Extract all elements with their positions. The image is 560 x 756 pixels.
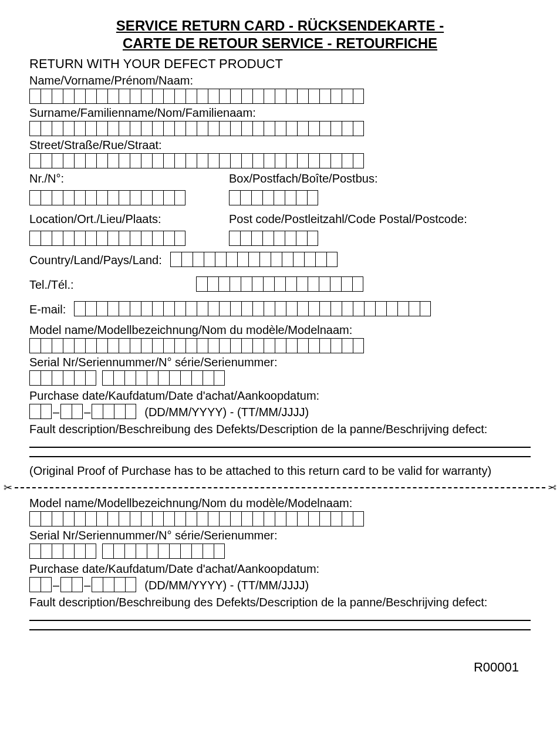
- input-postcode[interactable]: [229, 231, 531, 246]
- input-nr[interactable]: [29, 190, 229, 205]
- input-location[interactable]: [29, 231, 229, 246]
- input-date-m[interactable]: [60, 404, 83, 419]
- input-email[interactable]: [74, 301, 431, 316]
- input-date-2d[interactable]: [29, 577, 52, 592]
- scissors-icon-right: ✂: [548, 481, 556, 494]
- input-tel[interactable]: [196, 276, 363, 292]
- label-purchase-2: Purchase date/Kaufdatum/Date d'achat/Aan…: [29, 562, 531, 576]
- fault-line-1[interactable]: [29, 447, 531, 448]
- date-separator-2: –: [83, 406, 92, 419]
- label-purchase: Purchase date/Kaufdatum/Date d'achat/Aan…: [29, 389, 531, 403]
- input-surname[interactable]: [29, 121, 531, 136]
- fault-line-2[interactable]: [29, 456, 531, 457]
- label-serial: Serial Nr/Seriennummer/N° série/Serienum…: [29, 356, 531, 369]
- input-date-2y[interactable]: [92, 577, 136, 592]
- fault-line-3[interactable]: [29, 620, 531, 621]
- label-postcode: Post code/Postleitzahl/Code Postal/Postc…: [229, 212, 531, 226]
- cut-line: ✂ ✂: [4, 481, 556, 494]
- label-fault: Fault description/Beschreibung des Defek…: [29, 423, 531, 436]
- input-date-d[interactable]: [29, 404, 52, 419]
- scissors-icon-left: ✂: [4, 481, 12, 494]
- label-location: Location/Ort./Lieu/Plaats:: [29, 212, 229, 226]
- label-email: E-mail:: [29, 303, 66, 316]
- title-line-1: SERVICE RETURN CARD - RÜCKSENDEKARTE -: [29, 18, 531, 34]
- label-country: Country/Land/Pays/Land:: [29, 254, 162, 267]
- input-serial-b[interactable]: [102, 370, 225, 386]
- date-format-note-2: (DD/MM/YYYY) - (TT/MM/JJJJ): [144, 579, 309, 592]
- instruction: RETURN WITH YOUR DEFECT PRODUCT: [29, 56, 531, 72]
- date-separator-3: –: [52, 579, 60, 592]
- input-street[interactable]: [29, 153, 531, 168]
- date-separator-1: –: [52, 406, 60, 419]
- title-line-2: CARTE DE RETOUR SERVICE - RETOURFICHE: [29, 35, 531, 52]
- label-model-2: Model name/Modellbezeichnung/Nom du modè…: [29, 497, 531, 510]
- label-box: Box/Postfach/Boîte/Postbus:: [229, 172, 531, 185]
- label-nr: Nr./N°:: [29, 172, 229, 185]
- fault-line-4[interactable]: [29, 629, 531, 630]
- label-surname: Surname/Familienname/Nom/Familienaam:: [29, 106, 531, 120]
- label-name: Name/Vorname/Prénom/Naam:: [29, 74, 531, 87]
- input-serial-2b[interactable]: [102, 544, 225, 559]
- date-separator-4: –: [83, 579, 92, 592]
- input-model[interactable]: [29, 338, 531, 353]
- input-model-2[interactable]: [29, 511, 531, 526]
- input-country[interactable]: [170, 252, 338, 267]
- input-serial-2a[interactable]: [29, 544, 96, 559]
- date-format-note: (DD/MM/YYYY) - (TT/MM/JJJJ): [144, 406, 309, 419]
- label-street: Street/Straße/Rue/Straat:: [29, 139, 531, 152]
- input-box[interactable]: [229, 190, 531, 205]
- input-name[interactable]: [29, 89, 531, 104]
- input-serial-a[interactable]: [29, 370, 96, 386]
- input-date-2m[interactable]: [60, 577, 83, 592]
- label-fault-2: Fault description/Beschreibung des Defek…: [29, 596, 531, 609]
- footer-code: R00001: [29, 660, 531, 675]
- label-serial-2: Serial Nr/Seriennummer/N° série/Serienum…: [29, 529, 531, 542]
- label-model: Model name/Modellbezeichnung/Nom du modè…: [29, 323, 531, 337]
- proof-note: (Original Proof of Purchase has to be at…: [29, 464, 531, 478]
- label-tel: Tel./Tél.:: [29, 278, 74, 292]
- input-date-y[interactable]: [92, 404, 136, 419]
